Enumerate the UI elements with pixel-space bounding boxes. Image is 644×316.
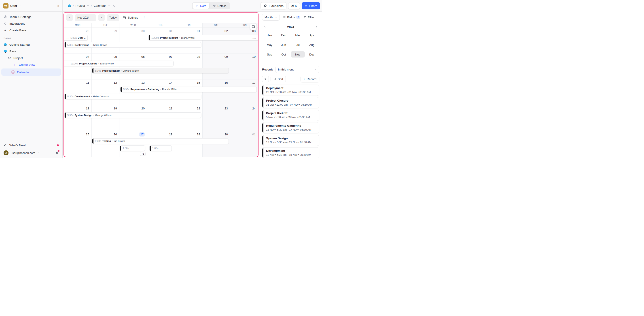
date-cell[interactable]: 20	[120, 105, 147, 131]
calendar-settings-button[interactable]: Settings	[121, 16, 139, 20]
date-cell[interactable]: 11	[64, 80, 92, 105]
next-year-button[interactable]	[314, 25, 318, 29]
chevron-down-icon[interactable]	[108, 5, 110, 7]
base-logo-icon[interactable]	[68, 4, 71, 8]
date-cell[interactable]: 12	[92, 80, 120, 105]
date-cell[interactable]: 13	[120, 80, 147, 105]
date-cell[interactable]: 04	[64, 54, 92, 79]
sidebar-base-getting-started[interactable]: Getting Started	[0, 41, 62, 48]
date-cell[interactable]: 16	[202, 80, 230, 105]
date-cell[interactable]: 22	[175, 105, 202, 131]
date-cell[interactable]: 03	[230, 28, 258, 53]
prev-year-button[interactable]	[264, 25, 268, 29]
month-cell-selected[interactable]: Nov	[291, 51, 305, 58]
date-cell[interactable]: 31	[147, 28, 175, 53]
extensions-button[interactable]: Extensions	[260, 2, 286, 10]
calendar-event[interactable]: .... 12:00a Project Closure • Diana Whit…	[64, 61, 174, 66]
sidebar-table-project[interactable]: Project	[0, 55, 62, 61]
date-cell[interactable]: 01	[230, 131, 258, 157]
next-month-button[interactable]	[98, 14, 105, 21]
workspace-avatar[interactable]: US	[3, 3, 8, 9]
prev-month-button[interactable]	[66, 14, 73, 21]
month-cell[interactable]: Dec	[305, 51, 319, 58]
share-button[interactable]: Share	[302, 2, 320, 10]
month-cell[interactable]: Feb	[276, 32, 291, 38]
breadcrumb-project[interactable]: Project	[76, 4, 85, 8]
date-cell[interactable]: 25	[64, 131, 92, 157]
command-k-button[interactable]: ⌘ K	[288, 2, 300, 10]
filter-button[interactable]: Filter	[304, 16, 314, 19]
calendar-event[interactable]: 5:30a Requirements Gathering • Francis M…	[120, 87, 257, 92]
month-cell[interactable]: Apr	[305, 32, 319, 38]
date-cell[interactable]: 26	[92, 131, 120, 157]
record-card[interactable]: System Design 18 Nov • 5:30 am - 22 Nov …	[262, 135, 319, 146]
calendar-event[interactable]: 5:30a Deployment • Charlie Brown	[64, 42, 201, 48]
month-cell[interactable]: Sep	[262, 51, 276, 58]
calendar-event[interactable]: 1:00a	[120, 145, 145, 151]
month-cell[interactable]: Jul	[291, 42, 305, 48]
calendar-event[interactable]: 5:30a Project Kickoff • Edward Wilson	[92, 68, 229, 73]
date-cell[interactable]: 05	[92, 54, 120, 79]
date-cell[interactable]: 14	[147, 80, 175, 105]
tab-details[interactable]: Details	[210, 3, 230, 9]
fields-button[interactable]: Fields 2	[283, 16, 300, 19]
side-panel-toggle-button[interactable]	[250, 23, 257, 30]
chevron-down-icon[interactable]	[87, 5, 89, 7]
date-cell[interactable]: 19	[92, 105, 120, 131]
sidebar-item-create-base[interactable]: + Create Base	[0, 27, 62, 34]
sidebar-create-view[interactable]: + Create View	[0, 61, 62, 68]
date-cell[interactable]: 07	[147, 54, 175, 79]
more-events-pill[interactable]: +1	[140, 152, 146, 156]
records-scope-dropdown[interactable]: In this month	[276, 66, 319, 73]
breadcrumb-view[interactable]: Calendar	[94, 4, 106, 8]
today-button[interactable]: Today	[107, 14, 120, 21]
refresh-icon[interactable]	[113, 4, 116, 7]
record-card[interactable]: Deployment 28 Oct • 5:30 am - 01 Nov • 0…	[262, 85, 319, 96]
record-card[interactable]: Development 11 Nov • 5:30 am - 15 Nov • …	[262, 147, 319, 158]
month-cell[interactable]: Aug	[305, 42, 319, 48]
date-cell[interactable]: 28	[147, 131, 175, 157]
date-cell[interactable]: 10	[230, 54, 258, 79]
sidebar-view-calendar[interactable]: Calendar	[1, 69, 61, 76]
record-card[interactable]: Project Closure 31 Oct • 12:00 am - 07 N…	[262, 97, 319, 108]
date-cell[interactable]: 06	[120, 54, 147, 79]
month-year-dropdown[interactable]: Nov 2024	[75, 14, 96, 21]
calendar-event[interactable]: 5:30a Testing • Ian Brown	[92, 138, 229, 144]
calendar-event[interactable]: .... 5:30a User …	[64, 35, 88, 41]
sidebar-item-team-settings[interactable]: Team & Settings	[0, 14, 62, 20]
tab-data[interactable]: Data	[192, 3, 209, 9]
view-range-dropdown[interactable]: Month	[262, 14, 280, 21]
sidebar-base-base[interactable]: Base	[0, 48, 62, 55]
month-cell[interactable]: Oct	[276, 51, 291, 58]
date-cell[interactable]: 15	[175, 80, 202, 105]
date-cell[interactable]: 18	[64, 105, 92, 131]
calendar-event[interactable]: 12:00a Project Closure • Diana White ...…	[148, 35, 258, 41]
sidebar-collapse-button[interactable]: «	[57, 4, 59, 8]
month-cell[interactable]: Jan	[262, 32, 276, 38]
record-card[interactable]: Requirements Gathering 13 Nov • 5:30 am …	[262, 122, 319, 133]
sidebar-item-integrations[interactable]: Integrations	[0, 20, 62, 27]
date-cell[interactable]: 02	[202, 28, 230, 53]
date-cell[interactable]: 30	[202, 131, 230, 157]
new-record-button[interactable]: + Record	[300, 76, 319, 82]
whats-new-item[interactable]: What's New!	[0, 141, 62, 149]
month-cell[interactable]: May	[262, 42, 276, 48]
sort-button[interactable]: Sort	[270, 76, 286, 82]
user-account-item[interactable]: US user@nocodb.com	[0, 149, 62, 157]
date-cell[interactable]: 24	[230, 105, 258, 131]
calendar-event[interactable]: 5:30a System Design • George Wilson	[64, 112, 201, 118]
date-cell[interactable]: 01	[175, 28, 202, 53]
more-options-button[interactable]: ⋮	[141, 16, 147, 20]
date-cell[interactable]: 09	[202, 54, 230, 79]
calendar-event[interactable]: 5:30a Development • Helen Johnson	[64, 94, 201, 99]
month-cell[interactable]: Mar	[291, 32, 305, 38]
calendar-event[interactable]: 1:00a	[149, 145, 172, 151]
date-cell[interactable]: 23	[202, 105, 230, 131]
date-cell[interactable]: 29	[92, 28, 120, 53]
date-cell[interactable]: 29	[175, 131, 202, 157]
date-cell[interactable]: 30	[120, 28, 147, 53]
workspace-name[interactable]: User	[10, 4, 17, 8]
record-card[interactable]: Project Kickoff 5 Nov • 5:30 am - 09 Nov…	[262, 110, 319, 121]
date-cell[interactable]: 21	[147, 105, 175, 131]
date-cell[interactable]: 08	[175, 54, 202, 79]
